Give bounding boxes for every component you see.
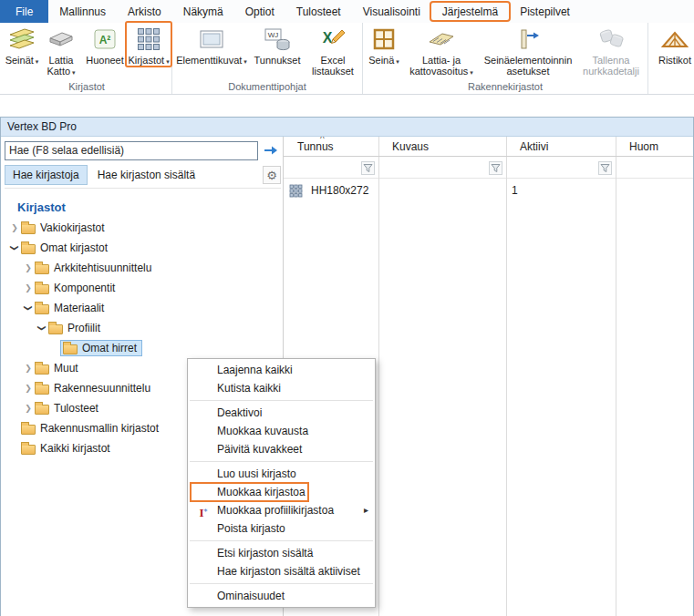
menu-item-ominaisuudet[interactable]: Ominaisuudet	[188, 587, 375, 605]
grid-row-hh180x272[interactable]: HH180x272 1	[284, 179, 693, 202]
tree-context-menu: Laajenna kaikki Kutista kaikki Deaktivoi…	[187, 358, 376, 608]
menu-item-etsi-kirjaston-sisalta[interactable]: Etsi kirjaston sisältä	[188, 544, 375, 562]
folder-icon	[21, 224, 36, 234]
chevron-right-icon[interactable]: ❯	[22, 384, 35, 393]
folder-icon	[35, 385, 49, 395]
chevron-down-icon[interactable]: ❯	[10, 241, 19, 254]
chevron-right-icon[interactable]: ❯	[22, 364, 35, 373]
folder-icon	[21, 425, 36, 435]
chevron-right-icon[interactable]: ❯	[22, 283, 35, 293]
dropdown-caret-icon: ▾	[36, 58, 39, 65]
folder-icon	[21, 244, 36, 254]
menu-item-muokkaa-kuvausta[interactable]: Muokkaa kuvausta	[188, 422, 375, 440]
group-label-dokumenttipohjat: Dokumenttipohjat	[174, 80, 360, 94]
seinaelementoinnin-asetukset-button[interactable]: Seinäelementoinnin asetukset	[480, 23, 576, 77]
folder-icon	[21, 445, 36, 455]
menu-item-poista-kirjasto[interactable]: Poista kirjasto	[188, 519, 375, 538]
menu-item-kutista-kaikki[interactable]: Kutista kaikki	[188, 379, 375, 397]
tree-item-omat-hirret[interactable]: Omat hirret	[1, 338, 283, 358]
folder-icon	[63, 344, 78, 354]
tree-heading: Kirjastot	[1, 198, 283, 218]
seina-button[interactable]: Seinä▾	[365, 23, 403, 67]
grid-header-row: ^ Tunnus Kuvaus Aktiivi Huom	[284, 137, 693, 157]
folder-icon	[35, 304, 49, 314]
menu-item-paivita-kuvakkeet[interactable]: Päivitä kuvakkeet	[188, 440, 375, 458]
tree-item-profiilit[interactable]: ❯ Profiilit	[1, 318, 283, 338]
seinat-button[interactable]: Seinät▾	[4, 23, 40, 67]
column-header-aktiivi[interactable]: Aktiivi	[506, 137, 616, 156]
search-mode-tabs: Hae kirjastoja Hae kirjaston sisältä ⚙	[5, 165, 281, 189]
folder-icon	[48, 324, 63, 334]
ribbon-group-kirjastot: Seinät▾ Lattia Katto▾	[2, 23, 172, 94]
window-title: Vertex BD Pro	[1, 118, 693, 137]
menu-item-laajenna-kaikki[interactable]: Laajenna kaikki	[188, 361, 375, 379]
search-input[interactable]	[5, 141, 258, 160]
tab-hae-kirjaston-sisalta[interactable]: Hae kirjaston sisältä	[90, 166, 202, 184]
search-go-button[interactable]	[261, 140, 281, 160]
joist-hatch-icon	[429, 26, 454, 53]
window-frame-icon	[371, 26, 397, 53]
tallenna-nurkkadetalji-button: Tallenna nurkkadetalji	[576, 23, 646, 77]
tab-optiot[interactable]: Optiot	[234, 0, 285, 23]
excel-listaukset-button[interactable]: X Excel listaukset	[306, 23, 360, 77]
filter-funnel-icon[interactable]	[489, 161, 502, 175]
huoneet-button[interactable]: A² Huoneet	[82, 23, 128, 66]
chevron-down-icon[interactable]: ❯	[24, 302, 33, 314]
tab-file[interactable]: File	[0, 0, 48, 23]
dropdown-caret-icon: ▾	[470, 69, 473, 76]
cell-aktiivi: 1	[506, 179, 616, 202]
menu-item-muokkaa-profiilikirjastoa[interactable]: I⁎ Muokkaa profiilikirjastoa ▸	[188, 501, 375, 519]
tree-item-arkkitehtisuunnittelu[interactable]: ❯ Arkkitehtisuunnittelu	[1, 258, 283, 278]
sort-asc-icon: ^	[320, 137, 325, 144]
menu-item-muokkaa-kirjastoa[interactable]: Muokkaa kirjastoa	[188, 483, 375, 501]
filter-funnel-icon[interactable]	[361, 161, 375, 175]
tab-hae-kirjastoja[interactable]: Hae kirjastoja	[5, 165, 88, 185]
kirjastot-button[interactable]: Kirjastot▾	[128, 23, 170, 67]
column-header-huom[interactable]: Huom	[616, 137, 693, 156]
excel-edit-icon: X	[320, 26, 346, 53]
submenu-arrow-icon: ▸	[364, 501, 368, 519]
lattia-ja-kattovasoitus-button[interactable]: Lattia- ja kattovasoitus▾	[403, 23, 480, 78]
room-a2-icon: A²	[92, 26, 118, 53]
library-grid-icon	[136, 26, 161, 53]
wall-layers-icon	[9, 26, 35, 53]
tab-arkisto[interactable]: Arkisto	[117, 0, 172, 23]
filter-funnel-icon[interactable]	[598, 161, 612, 175]
grid-filter-row	[284, 157, 693, 179]
tunnukset-button[interactable]: WJ Tunnukset	[249, 23, 306, 66]
folder-icon	[35, 264, 49, 274]
tab-nakyma[interactable]: Näkymä	[172, 0, 234, 23]
tab-visualisointi[interactable]: Visualisointi	[352, 0, 431, 23]
chevron-down-icon[interactable]: ❯	[37, 322, 47, 334]
menu-item-luo-uusi-kirjasto[interactable]: Luo uusi kirjasto	[188, 465, 375, 483]
cell-tunnus: HH180x272	[311, 184, 368, 197]
tab-tulosteet[interactable]: Tulosteet	[285, 0, 352, 23]
column-header-kuvaus[interactable]: Kuvaus	[378, 137, 506, 156]
ristikot-button[interactable]: Ristikot	[650, 23, 694, 66]
cell-kuvaus	[378, 179, 506, 202]
chevron-right-icon[interactable]: ❯	[8, 223, 21, 232]
tree-item-komponentit[interactable]: ❯ Komponentit	[1, 278, 283, 298]
menu-item-hae-kirjaston-sisalta-aktiiviset[interactable]: Hae kirjaston sisältä aktiiviset	[188, 562, 375, 580]
library-item-icon	[289, 184, 303, 198]
column-header-tunnus[interactable]: ^ Tunnus	[284, 137, 378, 156]
tab-pistepilvet[interactable]: Pistepilvet	[509, 0, 581, 23]
chevron-right-icon[interactable]: ❯	[22, 263, 35, 272]
svg-text:A²: A²	[99, 34, 111, 46]
floor-slab-icon	[48, 26, 74, 53]
cell-huom	[616, 179, 693, 202]
tab-jarjestelma[interactable]: Järjestelmä	[431, 0, 509, 23]
menu-item-deaktivoi[interactable]: Deaktivoi	[188, 404, 375, 422]
ribbon-tab-bar: File Mallinnus Arkisto Näkymä Optiot Tul…	[0, 0, 694, 23]
lattia-katto-button[interactable]: Lattia Katto▾	[40, 23, 82, 78]
elementtikuvat-button[interactable]: Elementtikuvat▾	[174, 23, 249, 67]
settings-gear-icon[interactable]: ⚙	[263, 166, 281, 184]
group-label-kirjastot: Kirjastot	[4, 80, 170, 94]
folder-icon	[35, 405, 49, 415]
chevron-right-icon[interactable]: ❯	[22, 404, 35, 413]
tree-item-vakiokirjastot[interactable]: ❯ Vakiokirjastot	[1, 218, 283, 238]
tab-mallinnus[interactable]: Mallinnus	[48, 0, 117, 23]
save-corner-detail-icon	[597, 26, 625, 53]
tree-item-omat-kirjastot[interactable]: ❯ Omat kirjastot	[1, 238, 283, 258]
tree-item-materiaalit[interactable]: ❯ Materiaalit	[1, 298, 283, 318]
